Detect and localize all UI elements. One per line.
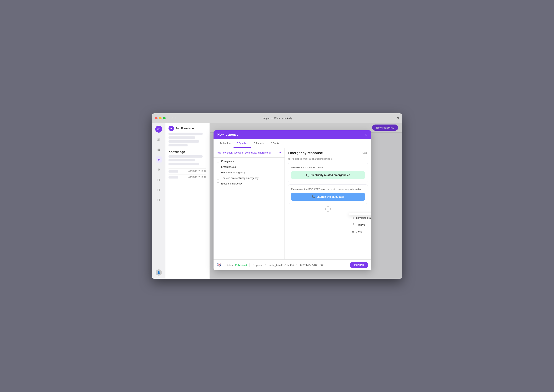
left-panel-bar-3: [168, 140, 199, 143]
query-label-2: Electricity emergency: [221, 171, 245, 174]
dropdown-archive[interactable]: 🗄 Archive: [349, 221, 371, 228]
query-checkbox-4[interactable]: [216, 182, 219, 185]
label-icon: ⊙: [288, 157, 290, 161]
modal-dialog: New response ✕ Activation 5 Queries 0 Pa…: [214, 130, 371, 270]
modal-title: New response: [217, 133, 238, 136]
dropdown-revert-to-draft[interactable]: ⬆ Revert to draft: [349, 214, 371, 221]
labels-bar: ⊙ Add labels (max 50 characters per labe…: [288, 157, 368, 161]
card-2-button[interactable]: 📞 Launch the calculator: [291, 193, 365, 201]
card-1-move-button[interactable]: ↓: [369, 170, 371, 175]
row-date-1: 04/11/2020 11:19: [185, 170, 206, 173]
add-query-text: Add new query (between 10 and 280 charac…: [216, 151, 278, 154]
add-query-bar: Add new query (between 10 and 280 charac…: [214, 148, 285, 158]
publish-button[interactable]: Publish: [350, 262, 368, 268]
response-id-value: node_b5a17d15c437f6fc0520b25e5188f005: [268, 264, 324, 266]
workspace-avatar: SF: [168, 126, 174, 131]
user-avatar[interactable]: 👤: [156, 269, 162, 276]
left-panel-bar-4: [168, 144, 187, 147]
response-panel: Emergency response 0/280 ⊙ Add labels (m…: [285, 148, 371, 259]
modal-header: New response ✕: [214, 130, 371, 139]
add-query-plus-icon[interactable]: +: [279, 151, 281, 155]
card-1-edit-button[interactable]: ✏: [369, 165, 371, 169]
left-panel-bar-5: [168, 155, 202, 158]
sidebar-icon-2[interactable]: ⊞: [156, 147, 162, 153]
row-date-2: 04/11/2020 11:19: [185, 176, 206, 179]
tab-parents[interactable]: 0 Parents: [251, 139, 267, 148]
queries-panel: Add new query (between 10 and 280 charac…: [214, 148, 285, 259]
sidebar-icon-6[interactable]: ◻: [156, 186, 162, 193]
add-block-button[interactable]: +: [325, 206, 331, 211]
mac-window: ‹ › Dialpad — Work Beautifully ↻ dp ☏ ⊞ …: [152, 113, 402, 279]
card-1-text: Please click the button below: [291, 166, 365, 169]
phone-icon-2: 📞: [312, 195, 315, 198]
revert-icon: ⬆: [352, 216, 354, 219]
close-button[interactable]: [155, 117, 158, 119]
titlebar: ‹ › Dialpad — Work Beautifully ↻: [152, 113, 402, 123]
response-header-row: Emergency response 0/280: [288, 151, 368, 155]
query-label-3: There is an electiricity emergency: [221, 177, 259, 180]
query-item-3: There is an electiricity emergency: [216, 177, 281, 180]
workspace-badge: SF San Francisco: [168, 126, 206, 131]
card-1-button[interactable]: 📞 Electricity related emergencies: [291, 171, 365, 179]
left-panel: SF San Francisco Knowledge 1 04/11/2020 …: [165, 123, 210, 279]
query-label-1: Emergencies: [221, 165, 236, 168]
response-title: Emergency response: [288, 151, 323, 155]
app-logo: dp: [155, 126, 162, 133]
sidebar-icon-7[interactable]: ◻: [156, 196, 162, 203]
modal-close-button[interactable]: ✕: [365, 133, 367, 136]
query-checkbox-2[interactable]: [216, 171, 219, 174]
status-label: Status: [226, 264, 233, 266]
modal-body: Add new query (between 10 and 280 charac…: [214, 148, 371, 259]
tab-queries[interactable]: 5 Queries: [234, 139, 251, 148]
card-2-text: Please use the SSC / TPR calculator with…: [291, 188, 365, 191]
knowledge-table: 1 04/11/2020 11:19 1 04/11/2020 11:19: [168, 168, 206, 180]
query-label-4: Electric emergency: [221, 182, 243, 185]
knowledge-label: Knowledge: [168, 150, 206, 154]
card-1-delete-button[interactable]: 🗑: [369, 176, 371, 180]
table-row: 1 04/11/2020 11:19: [168, 168, 206, 174]
workspace-name: San Francisco: [175, 127, 194, 130]
back-button[interactable]: ‹: [170, 116, 173, 120]
footer-divider-2: [249, 263, 250, 267]
dropdown-clone[interactable]: ⧉ Clone: [349, 228, 371, 235]
row-num-1: 1: [180, 170, 184, 173]
minimize-button[interactable]: [159, 117, 162, 119]
left-panel-bar-1: [168, 133, 202, 135]
query-label-0: Emergency: [221, 160, 234, 163]
query-item-1: Emergencies: [216, 165, 281, 168]
query-item-0: Emergency: [216, 160, 281, 163]
forward-button[interactable]: ›: [174, 116, 178, 120]
response-card-1: Please click the button below 📞 Electric…: [288, 163, 368, 182]
footer-more-button[interactable]: ⋯: [344, 263, 348, 267]
dropdown-menu: ⬆ Revert to draft 🗄 Archive ⧉: [349, 213, 371, 215]
response-id-label: Response ID: [252, 264, 266, 266]
query-checkbox-0[interactable]: [216, 160, 219, 163]
sidebar-icon-5[interactable]: ◻: [156, 176, 162, 182]
left-panel-bar-6: [168, 159, 195, 161]
sidebar: dp ☏ ⊞ ◈ ⚙ ◻ ◻ ◻ 👤: [152, 123, 165, 279]
phone-icon-1: 📞: [306, 174, 309, 177]
modal-footer: 🇬🇧 Status Published Response ID node_b5a…: [214, 259, 371, 270]
query-checkbox-1[interactable]: [216, 166, 219, 168]
sidebar-icon-settings[interactable]: ⚙: [156, 166, 162, 173]
char-count: 0/280: [362, 152, 368, 154]
sidebar-icon-1[interactable]: ☏: [156, 136, 162, 143]
main-content: New response New response ✕ Activation: [210, 123, 402, 279]
modal-tabs: Activation 5 Queries 0 Parents 0 Context: [214, 139, 371, 148]
left-panel-bar-7: [168, 163, 199, 165]
response-card-2: Please use the SSC / TPR calculator with…: [288, 184, 368, 204]
row-num-2: 1: [180, 176, 184, 179]
query-item-4: Electric emergency: [216, 182, 281, 185]
tab-context[interactable]: 0 Context: [267, 139, 284, 148]
sidebar-icon-knowledge[interactable]: ◈: [156, 156, 162, 162]
tab-activation[interactable]: Activation: [216, 139, 234, 148]
table-row: 1 04/11/2020 11:19: [168, 174, 206, 180]
maximize-button[interactable]: [163, 117, 166, 119]
reload-icon[interactable]: ↻: [396, 116, 399, 120]
archive-icon: 🗄: [352, 223, 355, 226]
modal-backdrop: New response ✕ Activation 5 Queries 0 Pa…: [210, 123, 402, 279]
query-checkbox-3[interactable]: [216, 177, 219, 180]
query-item-2: Electricity emergency: [216, 171, 281, 174]
clone-icon: ⧉: [352, 230, 354, 233]
left-panel-bar-2: [168, 136, 195, 139]
